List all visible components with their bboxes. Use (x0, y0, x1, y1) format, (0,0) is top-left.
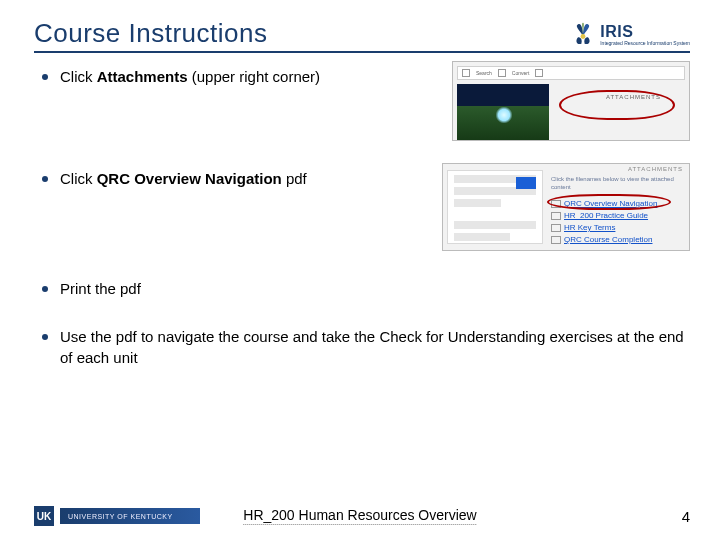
bullet-icon (42, 334, 48, 340)
page-number: 4 (682, 508, 690, 525)
bullet-text: Click QRC Overview Navigation pdf (60, 169, 430, 189)
photo-mock (457, 84, 549, 140)
bullet-text: Use the pdf to navigate the course and t… (60, 327, 690, 368)
file-icon (551, 236, 561, 244)
footer: UK UNIVERSITY OF KENTUCKY HR_200 Human R… (0, 506, 720, 526)
bullet-item: Print the pdf (34, 279, 690, 299)
bullet-item: Use the pdf to navigate the course and t… (34, 327, 690, 368)
uk-text: UNIVERSITY OF KENTUCKY (60, 508, 200, 524)
link-item: HR Key Terms (551, 222, 683, 234)
iris-logo: IRIS Integrated Resource Information Sys… (570, 21, 690, 49)
instruction-list: Click Attachments (upper right corner) S… (34, 67, 690, 368)
bullet-icon (42, 176, 48, 182)
attachments-screenshot: SearchConvert ATTACHMENTS (452, 61, 690, 141)
svg-point-0 (581, 34, 586, 39)
iris-logo-sub: Integrated Resource Information System (600, 41, 690, 46)
iris-logo-text: IRIS (600, 23, 633, 40)
attachments-header: ATTACHMENTS (628, 166, 683, 172)
file-icon (551, 224, 561, 232)
link-item: QRC Course Completion (551, 234, 683, 246)
bullet-icon (42, 286, 48, 292)
highlight-oval-icon (559, 90, 675, 120)
bullet-text: Print the pdf (60, 279, 690, 299)
qrc-screenshot: ATTACHMENTS Click the filenames below to… (442, 163, 690, 251)
file-icon (551, 212, 561, 220)
highlight-oval-icon (547, 194, 671, 210)
bullet-icon (42, 74, 48, 80)
bullet-item: Click QRC Overview Navigation pdf ATTACH… (34, 169, 690, 251)
uk-badge: UK (34, 506, 54, 526)
bullet-text: Click Attachments (upper right corner) (60, 67, 440, 87)
bullet-item: Click Attachments (upper right corner) S… (34, 67, 690, 141)
iris-flower-icon (570, 21, 596, 47)
link-item: HR_200 Practice Guide (551, 210, 683, 222)
attachments-info: Click the filenames below to view the at… (551, 176, 683, 192)
footer-course-title: HR_200 Human Resources Overview (243, 507, 476, 525)
uk-logo: UK UNIVERSITY OF KENTUCKY (34, 506, 200, 526)
toolbar-mock: SearchConvert (457, 66, 685, 80)
page-title: Course Instructions (34, 18, 267, 49)
title-row: Course Instructions IRIS Integrated Reso… (34, 18, 690, 53)
panel-mock (447, 170, 543, 244)
